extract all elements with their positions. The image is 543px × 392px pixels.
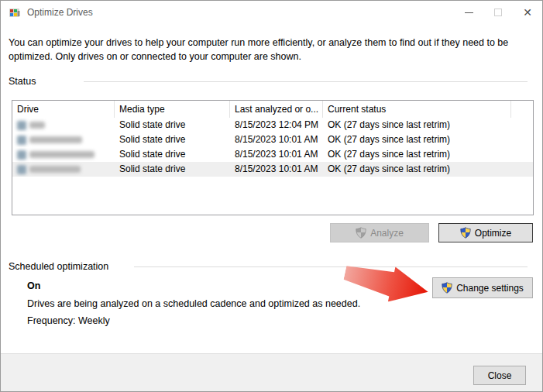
- minimize-icon: [465, 12, 473, 13]
- drive-icon: [17, 121, 26, 130]
- column-header-media-type[interactable]: Media type: [115, 101, 230, 118]
- column-header-last-analyzed[interactable]: Last analyzed or o...: [230, 101, 323, 118]
- scheduled-group-header: Scheduled optimization: [9, 261, 535, 272]
- last-analyzed-cell: 8/15/2023 10:01 AM: [230, 162, 323, 177]
- table-row-selected[interactable]: Solid state drive 8/15/2023 10:01 AM OK …: [12, 162, 533, 177]
- table-row[interactable]: Solid state drive 8/15/2023 10:01 AM OK …: [12, 147, 533, 162]
- current-status-cell: OK (27 days since last retrim): [323, 162, 511, 177]
- optimize-drives-app-icon: [9, 6, 21, 19]
- media-type-cell: Solid state drive: [115, 118, 230, 132]
- optimize-button-label: Optimize: [475, 228, 511, 239]
- maximize-icon: [494, 9, 502, 16]
- uac-shield-icon: [460, 227, 471, 239]
- column-header-drive[interactable]: Drive: [12, 101, 115, 118]
- column-header-current-status[interactable]: Current status: [323, 101, 511, 118]
- current-status-cell: OK (27 days since last retrim): [323, 147, 511, 162]
- drive-name-redacted: [12, 118, 115, 132]
- scheduled-group-label: Scheduled optimization: [9, 261, 108, 272]
- scheduled-state: On: [27, 280, 40, 291]
- last-analyzed-cell: 8/15/2023 12:04 PM: [230, 118, 323, 132]
- close-button[interactable]: Close: [473, 366, 526, 385]
- close-window-button[interactable]: ✕: [513, 1, 542, 24]
- uac-shield-icon-disabled: [356, 227, 366, 239]
- close-button-label: Close: [488, 370, 512, 381]
- current-status-cell: OK (27 days since last retrim): [323, 132, 511, 147]
- status-group-divider: [84, 81, 528, 82]
- analyze-button-label: Analyze: [370, 228, 404, 239]
- optimize-button[interactable]: Optimize: [438, 223, 533, 242]
- last-analyzed-cell: 8/15/2023 10:01 AM: [230, 147, 323, 162]
- drives-table-header: Drive Media type Last analyzed or o... C…: [12, 101, 533, 118]
- drive-name-redacted: [12, 147, 115, 162]
- scheduled-group-divider: [134, 266, 528, 267]
- optimize-drives-dialog: Optimize Drives ✕ You can optimize your …: [0, 0, 543, 392]
- change-settings-button-label: Change settings: [456, 283, 524, 294]
- maximize-button: [483, 1, 513, 24]
- change-settings-button[interactable]: Change settings: [432, 277, 533, 298]
- analyze-button: Analyze: [330, 223, 429, 242]
- drives-table: Drive Media type Last analyzed or o... C…: [12, 100, 534, 215]
- dialog-description: You can optimize your drives to help you…: [9, 36, 529, 64]
- status-group-label: Status: [9, 76, 36, 87]
- current-status-cell: OK (27 days since last retrim): [323, 118, 511, 132]
- drive-name-redacted: [12, 132, 115, 147]
- media-type-cell: Solid state drive: [115, 132, 230, 147]
- scheduled-frequency: Frequency: Weekly: [27, 315, 110, 326]
- drive-icon: [17, 150, 26, 160]
- drive-icon: [17, 136, 26, 145]
- column-header-spacer: [511, 101, 533, 118]
- last-analyzed-cell: 8/15/2023 10:01 AM: [230, 132, 323, 147]
- table-row[interactable]: Solid state drive 8/15/2023 10:01 AM OK …: [12, 132, 533, 147]
- drive-icon: [17, 165, 26, 174]
- close-icon: ✕: [523, 7, 532, 18]
- uac-shield-icon: [442, 282, 452, 294]
- media-type-cell: Solid state drive: [115, 162, 230, 177]
- window-title: Optimize Drives: [27, 7, 93, 18]
- title-bar[interactable]: Optimize Drives ✕: [1, 1, 542, 24]
- drive-name-redacted: [12, 162, 115, 177]
- media-type-cell: Solid state drive: [115, 147, 230, 162]
- dialog-footer: [1, 353, 542, 391]
- minimize-button[interactable]: [454, 1, 483, 24]
- scheduled-description: Drives are being analyzed on a scheduled…: [27, 298, 360, 309]
- table-row[interactable]: Solid state drive 8/15/2023 12:04 PM OK …: [12, 118, 533, 132]
- status-group-header: Status: [9, 76, 535, 87]
